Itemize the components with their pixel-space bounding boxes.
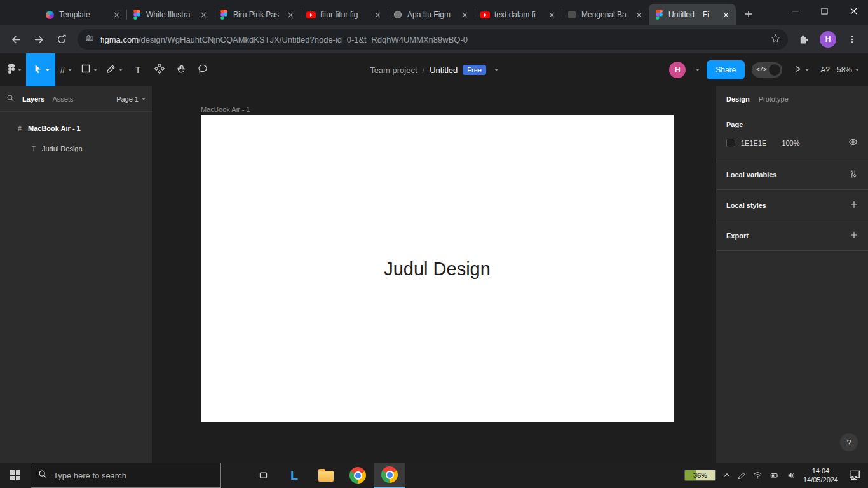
color-swatch[interactable] [726,139,735,147]
layers-panel: Layers Assets Page 1 # MacBook Air - 1 T… [0,86,153,463]
export-row[interactable]: Export [716,220,868,251]
chevron-down-icon[interactable] [696,69,700,71]
browser-tab-template[interactable]: Template [39,4,126,25]
user-avatar[interactable]: H [669,62,686,78]
pen-tray-icon[interactable] [738,471,746,480]
chevron-down-icon[interactable] [494,69,498,71]
hidden-icons-caret[interactable] [723,471,731,479]
tab-close-icon[interactable] [372,10,383,20]
tab-prototype[interactable]: Prototype [759,95,789,103]
chevron-down-icon[interactable] [93,69,97,71]
chevron-down-icon[interactable] [46,69,50,71]
tab-close-icon[interactable] [634,10,644,20]
volume-tray-icon[interactable] [787,471,796,480]
search-icon[interactable] [6,93,15,105]
browser-tab-white-illustration[interactable]: White Illustra [126,4,214,25]
bookmark-star-icon[interactable] [771,34,780,46]
new-tab-button[interactable] [740,5,757,23]
tab-assets[interactable]: Assets [52,95,73,103]
wifi-tray-icon[interactable] [753,471,763,480]
frame-label[interactable]: MacBook Air - 1 [201,105,250,113]
zoom-control[interactable]: 58% [837,65,859,74]
figma-main-menu-button[interactable] [4,57,26,83]
color-hex-value[interactable]: 1E1E1E [741,139,766,147]
window-maximize-button[interactable] [810,0,839,22]
browser-tab-text-dalam[interactable]: text dalam fi [475,4,562,25]
action-center-button[interactable]: 22 [845,469,864,482]
chevron-down-icon[interactable] [855,69,859,71]
design-frame[interactable]: Judul Design [201,115,674,422]
address-bar[interactable]: figma.com/design/WgHauhtCNjnCQAMkdKSTJX/… [78,29,788,50]
resources-tool-button[interactable] [149,57,170,83]
browser-menu-icon[interactable] [841,29,863,50]
figma-tools: # T [0,53,214,86]
tab-close-icon[interactable] [111,10,121,20]
window-minimize-button[interactable] [780,0,810,22]
tab-close-icon[interactable] [198,10,208,20]
help-button[interactable]: ? [840,433,858,451]
frame-tool-button[interactable]: # [55,57,77,83]
layer-row-frame[interactable]: # MacBook Air - 1 [0,118,152,139]
browser-tab-untitled-active[interactable]: Untitled – Fi [649,4,736,25]
window-close-button[interactable] [839,0,868,22]
chevron-down-icon[interactable] [119,69,123,71]
share-button[interactable]: Share [707,60,745,79]
comment-tool-button[interactable] [192,57,214,83]
tab-close-icon[interactable] [546,10,557,20]
browser-profile-avatar[interactable]: H [820,31,836,48]
tab-close-icon[interactable] [285,10,295,20]
frame-text[interactable]: Judul Design [201,258,674,279]
battery-tray-icon[interactable] [770,471,780,480]
local-variables-row[interactable]: Local variables [716,159,868,190]
tab-layers[interactable]: Layers [22,95,44,103]
play-icon [794,64,802,76]
present-button[interactable] [789,57,813,83]
move-tool-button[interactable] [26,53,55,86]
reload-button[interactable] [51,29,72,50]
back-button[interactable] [5,29,27,50]
battery-meter-widget[interactable]: 36% [684,470,716,481]
shape-tool-button[interactable] [77,57,102,83]
browser-tab-biru-pink[interactable]: Biru Pink Pas [214,4,301,25]
breadcrumb-project[interactable]: Team project [370,65,417,75]
variables-adjust-icon[interactable] [849,170,858,180]
taskbar-search-box[interactable]: Type here to search [31,463,221,488]
pen-tool-button[interactable] [102,57,127,83]
taskbar-clock[interactable]: 14:04 14/05/2024 [803,466,838,485]
add-style-plus-icon[interactable] [850,201,858,210]
text-tool-button[interactable]: T [127,57,149,83]
site-settings-icon[interactable] [85,34,94,45]
color-opacity-value[interactable]: 100% [782,139,799,147]
visibility-eye-icon[interactable] [848,137,858,149]
hand-tool-button[interactable] [170,57,192,83]
dev-mode-toggle[interactable]: </> [752,62,782,78]
extensions-icon[interactable] [793,29,815,50]
page-section: Page 1E1E1E 100% [716,112,868,159]
layer-row-text[interactable]: T Judul Design [0,139,152,159]
chevron-down-icon[interactable] [68,69,72,71]
forward-button[interactable] [28,29,50,50]
browser-tab-fitur[interactable]: fitur fitur fig [301,4,388,25]
text-tool-icon: T [135,65,141,75]
task-view-button[interactable] [248,463,278,488]
tab-design[interactable]: Design [726,95,750,103]
canvas[interactable]: MacBook Air - 1 Judul Design [153,86,715,463]
tab-close-icon[interactable] [721,10,731,20]
browser-tab-apa-itu[interactable]: Apa Itu Figm [388,4,475,25]
tab-close-icon[interactable] [459,10,470,20]
taskbar-app-chrome[interactable] [342,463,374,488]
start-button[interactable] [0,463,31,488]
taskbar-app-file-explorer[interactable] [310,463,342,488]
local-styles-row[interactable]: Local styles [716,190,868,220]
breadcrumb-file-name[interactable]: Untitled [430,65,458,75]
add-export-plus-icon[interactable] [850,231,858,240]
chevron-down-icon[interactable] [805,69,809,71]
tabs-container: Template White Illustra Biru Pink Pas fi… [39,4,736,25]
taskbar-app-chrome-active[interactable] [374,463,405,488]
page-selector[interactable]: Page 1 [116,95,146,103]
browser-tab-mengenal[interactable]: Mengenal Ba [562,4,649,25]
missing-fonts-indicator[interactable]: A? [820,65,830,74]
taskbar-app-l[interactable]: L [278,463,310,488]
tab-title: Apa Itu Figm [407,10,455,19]
page-color-row: 1E1E1E 100% [726,137,858,149]
